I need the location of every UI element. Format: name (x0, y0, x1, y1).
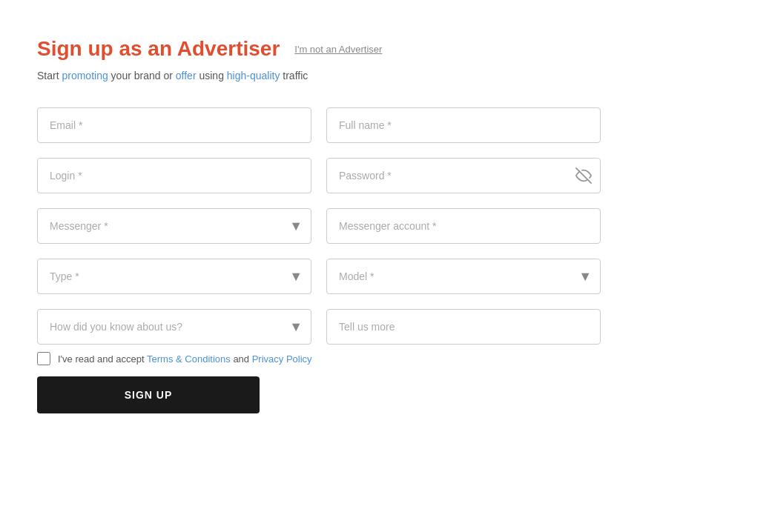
form-row-4: Type * Individual Company ▼ Model * CPA … (37, 259, 601, 294)
type-select[interactable]: Type * Individual Company (37, 259, 311, 294)
terms-checkbox[interactable] (37, 352, 50, 365)
terms-checkbox-row: I've read and accept Terms & Conditions … (37, 352, 601, 365)
signup-form: Messenger * Telegram WhatsApp Skype ▼ Ty… (37, 107, 601, 345)
form-row-1 (37, 107, 601, 143)
messenger-select[interactable]: Messenger * Telegram WhatsApp Skype (37, 208, 311, 244)
password-input[interactable] (326, 158, 601, 193)
title-prefix: Sign up as an (37, 37, 177, 60)
form-row-2 (37, 158, 601, 193)
how-select[interactable]: How did you know about us? Social Media … (37, 309, 311, 345)
subtitle: Start promoting your brand or offer usin… (37, 70, 601, 82)
header-row: Sign up as an Advertiser I'm not an Adve… (37, 37, 601, 61)
fullname-field (326, 107, 601, 143)
login-field (37, 158, 311, 193)
terms-label[interactable]: I've read and accept Terms & Conditions … (58, 353, 312, 365)
login-input[interactable] (37, 158, 311, 193)
model-select[interactable]: Model * CPA CPC CPM (326, 259, 601, 294)
title-highlight: Advertiser (177, 37, 280, 60)
tell-more-input[interactable] (326, 309, 601, 345)
fullname-input[interactable] (326, 107, 601, 143)
messenger-account-field (326, 208, 601, 244)
checkbox-text: I've read and accept (58, 353, 147, 365)
type-field: Type * Individual Company ▼ (37, 259, 311, 294)
email-input[interactable] (37, 107, 311, 143)
password-toggle-button[interactable] (575, 167, 592, 184)
email-field (37, 107, 311, 143)
page-container: Sign up as an Advertiser I'm not an Adve… (37, 37, 601, 413)
messenger-account-input[interactable] (326, 208, 601, 244)
subtitle-highlight3: high-quality (227, 70, 280, 82)
form-row-5: How did you know about us? Social Media … (37, 309, 601, 345)
tell-more-field (326, 309, 601, 345)
and-text: and (231, 353, 252, 365)
not-advertiser-link[interactable]: I'm not an Advertiser (294, 44, 382, 55)
subtitle-highlight2: offer (176, 70, 197, 82)
messenger-field: Messenger * Telegram WhatsApp Skype ▼ (37, 208, 311, 244)
how-field: How did you know about us? Social Media … (37, 309, 311, 345)
subtitle-highlight1: promoting (62, 70, 108, 82)
privacy-link[interactable]: Privacy Policy (252, 353, 312, 365)
eye-off-icon (575, 167, 592, 184)
page-title: Sign up as an Advertiser (37, 37, 280, 61)
model-field: Model * CPA CPC CPM ▼ (326, 259, 601, 294)
signup-button[interactable]: SIGN UP (37, 376, 260, 413)
form-row-3: Messenger * Telegram WhatsApp Skype ▼ (37, 208, 601, 244)
terms-link[interactable]: Terms & Conditions (147, 353, 231, 365)
password-field (326, 158, 601, 193)
